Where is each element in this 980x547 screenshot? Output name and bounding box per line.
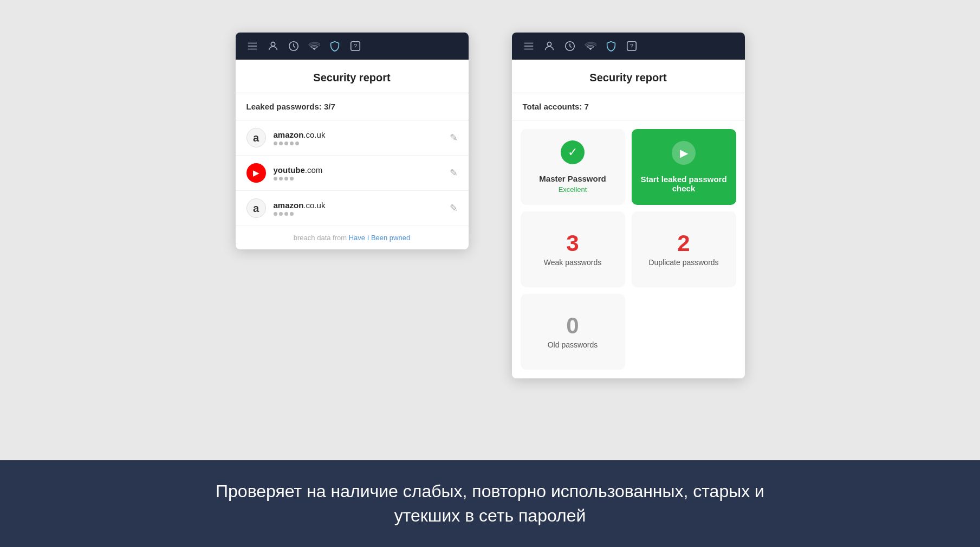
menu-icon[interactable] — [523, 40, 535, 52]
weak-passwords-card[interactable]: 3 Weak passwords — [521, 211, 625, 287]
youtube-icon: ▶ — [246, 163, 266, 183]
right-nav-icons: ? — [523, 40, 638, 52]
left-phone: ? Security report Leaked passwords: 3/7 … — [236, 33, 469, 249]
person-icon[interactable] — [543, 40, 555, 52]
play-triangle-icon: ▶ — [680, 146, 688, 159]
breach-link[interactable]: Have I Been pwned — [349, 234, 410, 242]
svg-text:?: ? — [629, 43, 633, 49]
svg-point-3 — [271, 42, 275, 46]
right-phone: ? Security report Total accounts: 7 ✓ Ma… — [512, 33, 745, 378]
left-page-title: Security report — [246, 72, 458, 84]
password-dots — [274, 212, 442, 216]
leaked-value: 3/7 — [324, 102, 335, 111]
menu-icon[interactable] — [246, 40, 258, 52]
cards-grid: ✓ Master Password Excellent ▶ Start leak… — [512, 120, 745, 378]
right-page-title-bar: Security report — [512, 60, 745, 93]
leaked-header: Leaked passwords: 3/7 — [236, 93, 469, 120]
breach-notice: breach data from Have I Been pwned — [236, 226, 469, 249]
edit-icon[interactable]: ✎ — [450, 167, 458, 179]
old-count: 0 — [566, 314, 579, 337]
amazon-icon: a — [246, 128, 266, 147]
site-info: amazon.co.uk — [274, 201, 442, 216]
edit-icon[interactable]: ✎ — [450, 202, 458, 214]
list-item[interactable]: ▶ youtube.com ✎ — [236, 156, 469, 191]
left-nav-icons: ? — [246, 40, 361, 52]
password-dots — [274, 177, 442, 181]
password-dots — [274, 141, 442, 145]
start-leaked-title: Start leaked password check — [640, 175, 728, 193]
master-password-subtitle: Excellent — [559, 185, 587, 194]
total-label: Total accounts: — [523, 102, 585, 111]
duplicate-label: Duplicate passwords — [648, 258, 718, 267]
wifi-icon[interactable] — [308, 40, 320, 52]
amazon-icon-2: a — [246, 198, 266, 218]
weak-label: Weak passwords — [544, 258, 601, 267]
password-list: a amazon.co.uk ✎ ▶ youtube.com — [236, 120, 469, 226]
old-label: Old passwords — [548, 340, 598, 349]
master-password-title: Master Password — [539, 174, 606, 183]
right-nav-bar: ? — [512, 33, 745, 60]
shield-icon[interactable] — [329, 40, 341, 52]
site-name: amazon.co.uk — [274, 201, 442, 210]
start-leaked-check-card[interactable]: ▶ Start leaked password check — [632, 129, 736, 205]
play-icon: ▶ — [672, 141, 696, 165]
master-password-card[interactable]: ✓ Master Password Excellent — [521, 129, 625, 205]
leaked-label: Leaked passwords: — [246, 102, 324, 111]
left-page-title-bar: Security report — [236, 60, 469, 93]
duplicate-passwords-card[interactable]: 2 Duplicate passwords — [632, 211, 736, 287]
weak-count: 3 — [566, 232, 579, 255]
question-icon[interactable]: ? — [349, 40, 361, 52]
total-accounts-bar: Total accounts: 7 — [512, 93, 745, 120]
site-name: amazon.co.uk — [274, 130, 442, 139]
main-area: ? Security report Leaked passwords: 3/7 … — [0, 0, 980, 460]
site-info: youtube.com — [274, 165, 442, 181]
checkmark-icon: ✓ — [568, 145, 577, 159]
bottom-text: Проверяет на наличие слабых, повторно ис… — [216, 479, 764, 528]
right-page-title: Security report — [523, 72, 734, 84]
old-passwords-card[interactable]: 0 Old passwords — [521, 294, 625, 370]
list-item[interactable]: a amazon.co.uk ✎ — [236, 191, 469, 226]
bottom-banner: Проверяет на наличие слабых, повторно ис… — [0, 460, 980, 547]
master-check-icon: ✓ — [561, 140, 585, 164]
edit-icon[interactable]: ✎ — [450, 132, 458, 144]
shield-icon[interactable] — [605, 40, 617, 52]
duplicate-count: 2 — [677, 232, 690, 255]
question-icon[interactable]: ? — [626, 40, 638, 52]
site-info: amazon.co.uk — [274, 130, 442, 145]
svg-point-10 — [547, 42, 551, 46]
left-nav-bar: ? — [236, 33, 469, 60]
person-icon[interactable] — [267, 40, 279, 52]
wifi-icon[interactable] — [585, 40, 596, 52]
svg-text:?: ? — [353, 43, 356, 49]
clock-icon[interactable] — [564, 40, 576, 52]
clock-icon[interactable] — [288, 40, 300, 52]
breach-prefix: breach data from — [294, 234, 349, 242]
leaked-count-label: Leaked passwords: 3/7 — [246, 102, 458, 111]
total-count: 7 — [584, 102, 588, 111]
site-name: youtube.com — [274, 165, 442, 175]
list-item[interactable]: a amazon.co.uk ✎ — [236, 120, 469, 156]
